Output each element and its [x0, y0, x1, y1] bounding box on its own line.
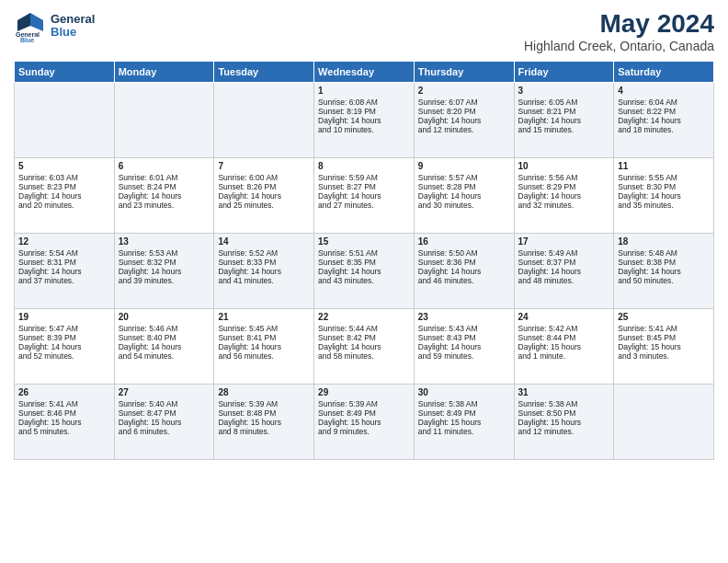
cell-line: Sunrise: 5:45 AM [218, 324, 310, 333]
cell-line: and 1 minute. [518, 351, 610, 361]
cell-line: Daylight: 15 hours [518, 342, 610, 351]
cell-line: Daylight: 14 hours [218, 191, 310, 201]
cell-line: Sunrise: 5:49 AM [518, 248, 610, 258]
cell-line: Sunrise: 5:48 AM [618, 248, 710, 258]
cell-line: Sunset: 8:22 PM [618, 107, 710, 116]
calendar-cell: 23Sunrise: 5:43 AMSunset: 8:43 PMDayligh… [414, 309, 514, 385]
cell-line: and 8 minutes. [218, 427, 310, 436]
cell-line: Sunrise: 5:47 AM [18, 324, 110, 333]
cell-line: Sunset: 8:29 PM [518, 182, 610, 191]
header-sunday: Sunday [15, 62, 115, 83]
cell-line: Daylight: 14 hours [18, 342, 110, 351]
cell-line: Sunrise: 6:03 AM [18, 173, 110, 182]
cell-line: Sunset: 8:32 PM [119, 258, 210, 267]
calendar-cell: 4Sunrise: 6:04 AMSunset: 8:22 PMDaylight… [614, 83, 714, 158]
week-row-3: 12Sunrise: 5:54 AMSunset: 8:31 PMDayligh… [15, 234, 714, 309]
cell-line: Daylight: 14 hours [418, 342, 510, 351]
calendar-cell: 10Sunrise: 5:56 AMSunset: 8:29 PMDayligh… [514, 158, 614, 234]
subtitle: Highland Creek, Ontario, Canada [524, 39, 714, 53]
cell-line: and 5 minutes. [18, 427, 110, 436]
cell-line: Sunset: 8:20 PM [418, 107, 510, 116]
cell-line: Daylight: 15 hours [218, 418, 310, 427]
calendar-cell: 16Sunrise: 5:50 AMSunset: 8:36 PMDayligh… [414, 234, 514, 309]
cell-line: Sunrise: 5:39 AM [218, 399, 310, 408]
day-number: 14 [218, 236, 310, 247]
calendar-cell: 12Sunrise: 5:54 AMSunset: 8:31 PMDayligh… [15, 234, 115, 309]
cell-line: Sunset: 8:38 PM [618, 258, 710, 267]
cell-line: Sunrise: 5:42 AM [518, 324, 610, 333]
week-row-2: 5Sunrise: 6:03 AMSunset: 8:23 PMDaylight… [15, 158, 714, 234]
cell-line: Daylight: 14 hours [218, 342, 310, 351]
cell-line: Sunset: 8:47 PM [119, 408, 210, 418]
day-number: 19 [18, 312, 110, 322]
day-number: 22 [318, 312, 410, 322]
calendar-cell: 22Sunrise: 5:44 AMSunset: 8:42 PMDayligh… [314, 309, 415, 385]
cell-line: Sunset: 8:46 PM [18, 408, 110, 418]
calendar-cell: 9Sunrise: 5:57 AMSunset: 8:28 PMDaylight… [414, 158, 514, 234]
cell-line: Sunset: 8:49 PM [418, 408, 510, 418]
cell-line: Sunrise: 5:51 AM [318, 248, 410, 258]
cell-line: and 3 minutes. [618, 351, 710, 361]
cell-line: Sunset: 8:44 PM [518, 333, 610, 342]
cell-line: Sunrise: 5:41 AM [618, 324, 710, 333]
day-number: 11 [618, 161, 710, 171]
day-number: 12 [18, 236, 110, 247]
cell-line: Daylight: 14 hours [318, 116, 410, 125]
cell-line: and 43 minutes. [318, 276, 410, 285]
cell-line: Sunrise: 5:38 AM [518, 399, 610, 408]
cell-line: Daylight: 14 hours [119, 191, 210, 201]
cell-line: Sunset: 8:19 PM [318, 107, 410, 116]
cell-line: and 32 minutes. [518, 201, 610, 210]
day-number: 1 [318, 86, 410, 96]
cell-line: Daylight: 14 hours [518, 267, 610, 276]
logo-blue: Blue [51, 26, 95, 39]
calendar-cell: 26Sunrise: 5:41 AMSunset: 8:46 PMDayligh… [15, 385, 115, 460]
header-saturday: Saturday [614, 62, 714, 83]
calendar-cell: 17Sunrise: 5:49 AMSunset: 8:37 PMDayligh… [514, 234, 614, 309]
cell-line: and 25 minutes. [218, 201, 310, 210]
cell-line: and 15 minutes. [518, 125, 610, 134]
cell-line: and 9 minutes. [318, 427, 410, 436]
main-title: May 2024 [524, 9, 714, 39]
cell-line: Daylight: 15 hours [618, 342, 710, 351]
week-row-1: 1Sunrise: 6:08 AMSunset: 8:19 PMDaylight… [15, 83, 714, 158]
cell-line: Sunrise: 5:46 AM [119, 324, 210, 333]
calendar-cell: 21Sunrise: 5:45 AMSunset: 8:41 PMDayligh… [214, 309, 314, 385]
cell-line: Sunrise: 5:52 AM [218, 248, 310, 258]
day-number: 2 [418, 86, 510, 96]
day-number: 16 [418, 236, 510, 247]
day-number: 29 [318, 387, 410, 397]
cell-line: Sunrise: 5:56 AM [518, 173, 610, 182]
cell-line: Sunset: 8:48 PM [218, 408, 310, 418]
calendar-cell: 30Sunrise: 5:38 AMSunset: 8:49 PMDayligh… [414, 385, 514, 460]
calendar-cell: 1Sunrise: 6:08 AMSunset: 8:19 PMDaylight… [314, 83, 415, 158]
day-number: 31 [518, 387, 610, 397]
cell-line: and 48 minutes. [518, 276, 610, 285]
day-number: 18 [618, 236, 710, 247]
header-tuesday: Tuesday [214, 62, 314, 83]
calendar-cell: 14Sunrise: 5:52 AMSunset: 8:33 PMDayligh… [214, 234, 314, 309]
cell-line: Sunset: 8:49 PM [318, 408, 410, 418]
day-number: 27 [119, 387, 210, 397]
calendar-cell: 8Sunrise: 5:59 AMSunset: 8:27 PMDaylight… [314, 158, 415, 234]
cell-line: and 54 minutes. [119, 351, 210, 361]
cell-line: Sunrise: 6:07 AM [418, 98, 510, 107]
cell-line: Sunrise: 5:39 AM [318, 399, 410, 408]
cell-line: Daylight: 14 hours [119, 342, 210, 351]
cell-line: Sunset: 8:50 PM [518, 408, 610, 418]
cell-line: and 52 minutes. [18, 351, 110, 361]
cell-line: Sunset: 8:42 PM [318, 333, 410, 342]
cell-line: Sunset: 8:41 PM [218, 333, 310, 342]
header-wednesday: Wednesday [314, 62, 415, 83]
cell-line: Sunrise: 6:04 AM [618, 98, 710, 107]
day-number: 10 [518, 161, 610, 171]
day-number: 9 [418, 161, 510, 171]
day-number: 15 [318, 236, 410, 247]
cell-line: Daylight: 14 hours [418, 116, 510, 125]
calendar-cell: 19Sunrise: 5:47 AMSunset: 8:39 PMDayligh… [15, 309, 115, 385]
cell-line: Sunset: 8:23 PM [18, 182, 110, 191]
cell-line: and 20 minutes. [18, 201, 110, 210]
day-number: 4 [618, 86, 710, 96]
cell-line: and 50 minutes. [618, 276, 710, 285]
page: General Blue General Blue May 2024 Highl… [0, 0, 728, 563]
